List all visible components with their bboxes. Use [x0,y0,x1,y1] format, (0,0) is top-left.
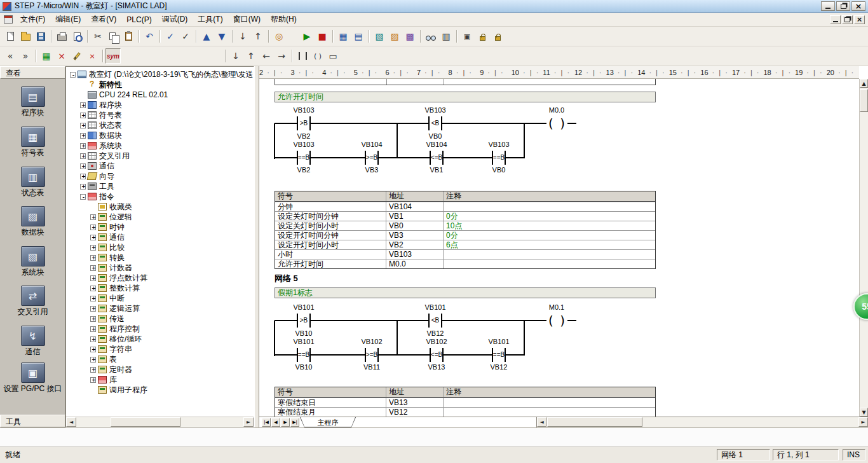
expand-icon[interactable] [90,316,96,322]
sidebar-item-data-block[interactable]: 数据块 [0,206,65,243]
tree-item-call-subroutines[interactable]: 调用子程序 [90,385,147,395]
menu-plc[interactable]: PLC(P) [121,14,156,25]
upload-button[interactable]: ▲ [199,29,214,44]
network-title[interactable]: 网络 5 [275,273,298,284]
chart-status-button[interactable]: ▥ [438,29,454,44]
lock-button[interactable] [475,29,490,44]
new-file-button[interactable] [3,29,18,44]
expand-icon[interactable] [90,377,96,383]
tree-item-convert[interactable]: 转换 [90,252,125,263]
line-down-button[interactable]: ↓ [228,48,243,64]
network-comment[interactable]: 假期1标志 [275,287,656,298]
tree-item-logical-operations[interactable]: 逻辑运算 [90,303,140,314]
tree-item-wizards[interactable]: 向导 [80,171,114,181]
tree-item-whats-new[interactable]: 新特性 [80,79,122,90]
output-coil[interactable] [546,314,567,328]
copy-button[interactable] [105,29,121,44]
tree-horizontal-scrollbar[interactable] [66,417,254,427]
expand-icon[interactable] [80,133,86,139]
tree-item-program-block[interactable]: 程序块 [80,100,122,110]
monitor-button[interactable] [423,29,438,44]
tree-item-interrupt[interactable]: 中断 [90,293,125,303]
menu-help[interactable]: 帮助(H) [266,13,302,26]
expand-icon[interactable] [90,235,96,240]
tree-item-bit-logic[interactable]: 位逻辑 [90,212,132,222]
compare-contact[interactable]: >=B [365,348,379,362]
tree-item-compare[interactable]: 比较 [90,242,125,252]
stop-button[interactable]: ■ [315,29,330,44]
close-button[interactable] [851,1,865,11]
tree-item-data-block[interactable]: 数据块 [80,130,122,141]
collapse-icon[interactable] [80,194,86,200]
scroll-thumb[interactable] [111,417,180,427]
output-coil[interactable] [546,116,567,130]
tab-main-program[interactable]: 主程序 [300,417,356,427]
tree-item-program-control[interactable]: 程序控制 [90,324,140,334]
menu-tools[interactable]: 工具(T) [193,13,227,26]
compare-contact[interactable]: <B [428,116,442,130]
tree-item-counters[interactable]: 计数器 [90,263,132,273]
compile-all-button[interactable]: ✓ [178,29,193,44]
menu-file[interactable]: 文件(F) [15,13,50,26]
tree-item-shift-rotate[interactable]: 移位/循环 [90,334,142,344]
compare-contact[interactable]: <=B [430,151,444,165]
insert-coil-button[interactable]: ( ) [310,48,325,64]
insert-row-button[interactable] [69,48,85,64]
tree-item-communications-cat[interactable]: 通信 [90,232,125,242]
insert-network-button[interactable]: ▦ [39,48,54,64]
compare-contact[interactable]: >B [297,314,311,328]
delete-row-button[interactable]: × [85,48,100,64]
tree-item-system-block[interactable]: 系统块 [80,141,122,151]
expand-icon[interactable] [90,255,96,261]
tree-item-symbol-table[interactable]: 符号表 [80,110,122,120]
compare-contact[interactable]: ==B [492,348,506,362]
previous-tab-button[interactable]: ◀ [271,418,280,427]
compare-contact[interactable]: ==B [297,151,311,165]
expand-icon[interactable] [80,143,86,149]
expand-icon[interactable] [80,184,86,190]
compare-contact[interactable]: <=B [430,348,444,362]
tree-item-cross-reference[interactable]: 交叉引用 [80,151,130,161]
compare-contact[interactable]: >B [297,116,311,130]
expand-icon[interactable] [90,265,96,271]
compare-contact[interactable]: <B [428,314,442,328]
tree-item-favorites[interactable]: 收藏类 [90,202,132,212]
expand-icon[interactable] [90,225,96,230]
tree-item-timers[interactable]: 定时器 [90,364,132,375]
expand-icon[interactable] [90,367,96,373]
unlock-button[interactable] [490,29,505,44]
compare-contact[interactable]: ==B [492,151,506,165]
tree-item-communications[interactable]: 通信 [80,161,114,171]
line-left-button[interactable]: ← [259,48,274,64]
previous-network-button[interactable]: « [3,48,18,64]
expand-icon[interactable] [80,113,86,118]
tools-bar-header[interactable]: 工具 [0,415,65,427]
child-minimize-button[interactable] [830,15,841,24]
tree-item-move[interactable]: 传送 [90,314,125,324]
sidebar-item-symbol-table[interactable]: 符号表 [0,127,65,163]
print-preview-button[interactable] [69,29,85,44]
tree-item-string[interactable]: 字符串 [90,344,132,354]
download-button[interactable]: ▼ [214,29,229,44]
expand-icon[interactable] [90,286,96,291]
menu-window[interactable]: 窗口(W) [228,13,266,26]
horizontal-scrollbar[interactable] [536,417,868,427]
vertical-scrollbar[interactable] [859,79,868,417]
expand-icon[interactable] [90,296,96,301]
status-chart-button[interactable]: ▧ [372,29,387,44]
expand-icon[interactable] [90,306,96,312]
compare-contact[interactable]: >=B [365,151,379,165]
tree-item-floating-point-math[interactable]: 浮点数计算 [90,273,147,283]
scroll-left-button[interactable] [537,417,546,427]
delete-network-button[interactable]: × [54,48,69,64]
first-tab-button[interactable]: |◀ [262,418,271,427]
restore-button[interactable] [836,1,850,11]
sort-descending-button[interactable]: ↑ [250,29,266,44]
next-network-button[interactable]: » [18,48,33,64]
scroll-thumb[interactable] [547,417,642,427]
expand-icon[interactable] [90,357,96,363]
tree-item-instructions[interactable]: 指令 [80,191,114,202]
tree-item-status-chart[interactable]: 状态表 [80,120,122,130]
sort-ascending-button[interactable]: ↓ [235,29,250,44]
symbolic-addressing-toggle[interactable]: sym [105,48,121,64]
